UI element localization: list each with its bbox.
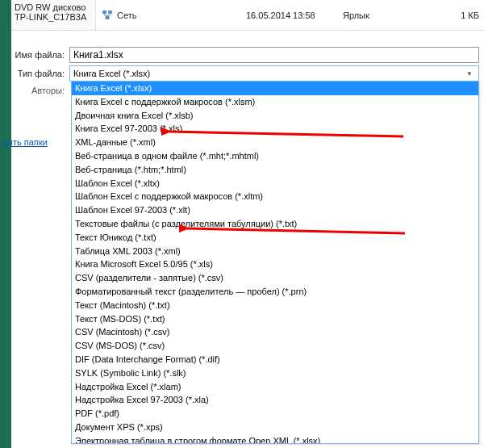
filetype-option[interactable]: CSV (MS-DOS) (*.csv) (72, 339, 478, 353)
file-date: 16.05.2014 13:58 (241, 0, 338, 30)
nav-tree: DVD RW дисково TP-LINK_C17B3A (11, 0, 96, 31)
filetype-option[interactable]: Надстройка Excel (*.xlam) (72, 380, 478, 394)
filename-label: Имя файла: (11, 50, 69, 60)
filetype-option[interactable]: Таблица XML 2003 (*.xml) (72, 245, 478, 258)
filetype-option[interactable]: Веб-страница в одном файле (*.mht;*.mhtm… (72, 149, 478, 163)
svg-rect-1 (108, 10, 112, 14)
filetype-option[interactable]: Документ XPS (*.xps) (72, 421, 478, 434)
filetype-selected: Книга Excel (*.xlsx) (73, 69, 150, 78)
filetype-option[interactable]: Текст (MS-DOS) (*.txt) (72, 312, 478, 326)
hide-folders-link[interactable]: рыть папки (0, 137, 48, 147)
filetype-label: Тип файла: (11, 69, 69, 78)
app-ribbon-stripe (0, 0, 11, 448)
filetype-option[interactable]: DIF (Data Interchange Format) (*.dif) (72, 353, 478, 366)
nav-item-tplink[interactable]: TP-LINK_C17B3A (15, 12, 92, 22)
filetype-option[interactable]: Книга Microsoft Excel 5.0/95 (*.xls) (72, 257, 478, 271)
filetype-option[interactable]: Текстовые файлы (с разделителями табуляц… (72, 217, 478, 231)
svg-rect-0 (102, 10, 106, 14)
filetype-option[interactable]: Двоичная книга Excel (*.xlsb) (72, 109, 478, 123)
filetype-option[interactable]: Веб-страница (*.htm;*.html) (72, 163, 478, 177)
filetype-option[interactable]: CSV (Macintosh) (*.csv) (72, 325, 478, 339)
svg-rect-2 (106, 16, 110, 19)
network-icon (101, 9, 114, 22)
file-name[interactable]: Сеть (117, 10, 136, 20)
chevron-down-icon: ▼ (464, 70, 475, 77)
filetype-select[interactable]: Книга Excel (*.xlsx) ▼ (69, 65, 479, 82)
filetype-option[interactable]: Текст Юникод (*.txt) (72, 231, 478, 245)
filetype-option[interactable]: Текст (Macintosh) (*.txt) (72, 299, 478, 312)
file-size: 1 КБ (427, 0, 484, 30)
filetype-dropdown[interactable]: Книга Excel (*.xlsx)Книга Excel с поддер… (71, 81, 479, 444)
filetype-option[interactable]: PDF (*.pdf) (72, 407, 478, 421)
filetype-option[interactable]: Шаблон Excel 97-2003 (*.xlt) (72, 203, 478, 217)
file-kind: Ярлык (338, 0, 427, 30)
file-list-row: Сеть 16.05.2014 13:58 Ярлык 1 КБ (96, 0, 484, 31)
filetype-option[interactable]: Форматированный текст (разделитель — про… (72, 285, 478, 299)
filetype-option[interactable]: Книга Excel (*.xlsx) (72, 82, 478, 95)
filetype-option[interactable]: Шаблон Excel с поддержкой макросов (*.xl… (72, 190, 478, 203)
authors-label: Авторы: (11, 86, 69, 95)
nav-item-dvd[interactable]: DVD RW дисково (15, 2, 92, 12)
filetype-option[interactable]: Шаблон Excel (*.xltx) (72, 177, 478, 191)
filetype-option[interactable]: Электронная таблица в строгом формате Op… (72, 434, 478, 444)
filetype-option[interactable]: Надстройка Excel 97-2003 (*.xla) (72, 393, 478, 407)
filetype-option[interactable]: XML-данные (*.xml) (72, 136, 478, 149)
filetype-option[interactable]: Книга Excel 97-2003 (*.xls) (72, 122, 478, 136)
filetype-option[interactable]: SYLK (Symbolic Link) (*.slk) (72, 366, 478, 380)
filetype-option[interactable]: CSV (разделители - запятые) (*.csv) (72, 271, 478, 285)
filetype-option[interactable]: Книга Excel с поддержкой макросов (*.xls… (72, 95, 478, 109)
filename-input[interactable] (69, 47, 479, 63)
